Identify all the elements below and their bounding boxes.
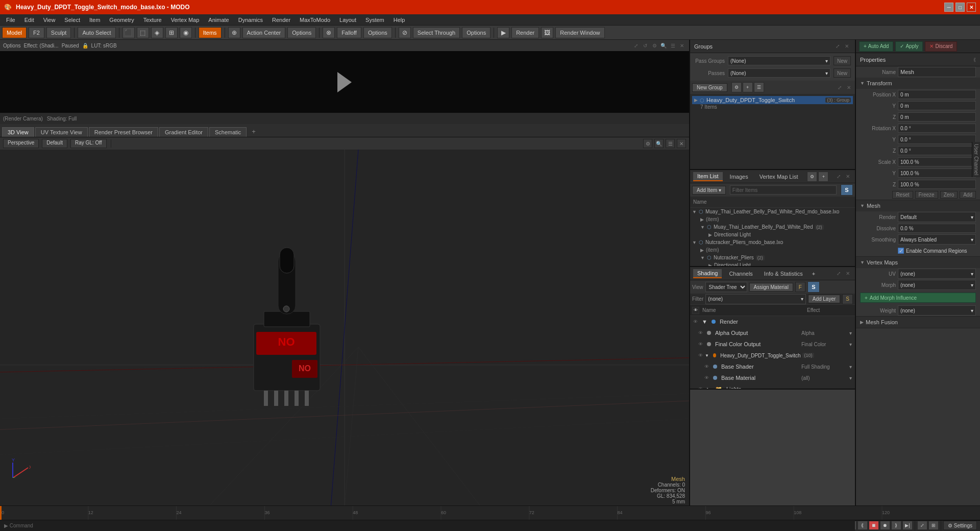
preview-zoom-icon[interactable]: 🔍 bbox=[659, 41, 668, 50]
pb-icon-4[interactable]: ⏺ bbox=[880, 521, 890, 530]
auto-add-button[interactable]: + Auto Add bbox=[859, 41, 893, 52]
items-S-button[interactable]: S bbox=[841, 184, 853, 196]
item-list-row-7[interactable]: ▶ Directional Light bbox=[690, 261, 855, 266]
vp-settings-icon[interactable]: ⚙ bbox=[643, 139, 652, 148]
mode-sculpt-button[interactable]: Sculpt bbox=[46, 27, 71, 38]
toolbar-icon-3[interactable]: ◈ bbox=[151, 27, 163, 38]
viewport-default-button[interactable]: Default bbox=[42, 139, 67, 148]
close-button[interactable]: ✕ bbox=[967, 3, 976, 12]
rotation-z-value[interactable]: 0.0 ° bbox=[898, 146, 976, 155]
groups-close-icon[interactable]: ✕ bbox=[843, 42, 851, 51]
shading-S-button[interactable]: S bbox=[807, 281, 820, 293]
items-close-icon[interactable]: ✕ bbox=[844, 173, 852, 181]
pb-icon-3[interactable]: ⏹ bbox=[869, 521, 879, 530]
mesh-header[interactable]: ▼ Mesh bbox=[856, 200, 980, 211]
menu-edit[interactable]: Edit bbox=[20, 16, 38, 24]
viewport-canvas[interactable]: NO NO X bbox=[0, 150, 689, 509]
preview-close-icon[interactable]: ✕ bbox=[678, 41, 686, 50]
discard-button[interactable]: ✕ Discard bbox=[925, 41, 957, 52]
menu-maxtomodo[interactable]: MaxToModo bbox=[296, 16, 334, 24]
tab-channels[interactable]: Channels bbox=[725, 270, 756, 278]
shading-eye-col[interactable]: 👁 bbox=[692, 307, 699, 314]
tab-3d-view[interactable]: 3D View bbox=[2, 127, 34, 137]
toolbar-icon-5[interactable]: ◉ bbox=[180, 27, 192, 38]
item-list-row-4[interactable]: ▼ ⬡ Nutcracker_Pliers_modo_base.lxo bbox=[690, 238, 855, 246]
perspective-button[interactable]: Perspective bbox=[3, 139, 39, 148]
shading-S-btn2[interactable]: S bbox=[842, 294, 853, 304]
weight-dropdown[interactable]: (none) ▾ bbox=[898, 305, 976, 316]
vp-search-icon[interactable]: 🔍 bbox=[654, 139, 664, 148]
pass-groups-dropdown[interactable]: (None) ▾ bbox=[728, 56, 830, 65]
shading-icon-btn[interactable]: + bbox=[812, 271, 815, 277]
preview-expand-icon[interactable]: ⤢ bbox=[632, 41, 640, 50]
toolbar-icon-2[interactable]: ⬚ bbox=[137, 27, 149, 38]
select-through-button[interactable]: Select Through bbox=[413, 27, 460, 38]
position-z-value[interactable]: 0 m bbox=[898, 112, 976, 122]
tab-render-preset[interactable]: Render Preset Browser bbox=[89, 127, 158, 137]
shading-render-item[interactable]: 👁 ▼ Render bbox=[690, 316, 855, 327]
groups-toolbar-close[interactable]: ✕ bbox=[845, 83, 853, 91]
render-dropdown[interactable]: Default ▾ bbox=[898, 212, 976, 222]
position-y-value[interactable]: 0 m bbox=[898, 101, 976, 110]
shading-filter-dropdown[interactable]: (none)▾ bbox=[705, 294, 806, 304]
enable-command-checkbox[interactable]: ✓ bbox=[898, 248, 904, 254]
preview-menu-icon[interactable]: ☰ bbox=[669, 41, 677, 50]
shading-final-color-item[interactable]: 👁 Final Color Output Final Color ▾ bbox=[690, 339, 855, 350]
options-button[interactable]: Options bbox=[287, 27, 316, 38]
add-layer-button[interactable]: Add Layer bbox=[808, 295, 841, 303]
menu-dynamics[interactable]: Dynamics bbox=[234, 16, 267, 24]
rotation-x-value[interactable]: 0.0 ° bbox=[898, 124, 976, 133]
groups-icon-3[interactable]: ☰ bbox=[754, 82, 764, 92]
action-center-button[interactable]: Action Center bbox=[242, 27, 286, 38]
pb-icon-8[interactable]: ⊞ bbox=[928, 521, 939, 530]
tab-images[interactable]: Images bbox=[726, 173, 752, 181]
auto-select-button[interactable]: Auto Select bbox=[78, 27, 115, 38]
maximize-button[interactable]: □ bbox=[955, 3, 965, 12]
zero-button[interactable]: Zero bbox=[940, 191, 958, 199]
toolbar-icon-4[interactable]: ⊞ bbox=[165, 27, 178, 38]
add-morph-button[interactable]: + Add Morph Influence bbox=[860, 293, 976, 303]
vertex-maps-header[interactable]: ▼ Vertex Maps bbox=[856, 257, 980, 268]
shading-close-icon[interactable]: ✕ bbox=[844, 270, 852, 278]
shading-expand-icon[interactable]: ⤢ bbox=[835, 270, 843, 278]
reset-button[interactable]: Reset bbox=[892, 191, 913, 199]
options2-button[interactable]: Options bbox=[363, 27, 392, 38]
item-list-row-1[interactable]: ▶ (item) bbox=[690, 215, 855, 223]
item-list-row-6[interactable]: ▼ ⬡ Nutcracker_Pliers (2) bbox=[690, 254, 855, 261]
render-button[interactable]: Render bbox=[511, 27, 539, 38]
items-button[interactable]: Items bbox=[199, 27, 222, 38]
pass-groups-new-button[interactable]: New bbox=[834, 56, 851, 65]
shading-base-material-item[interactable]: 👁 Base Material (all) ▾ bbox=[690, 372, 855, 383]
scale-x-value[interactable]: 100.0 % bbox=[898, 157, 976, 166]
transform-header[interactable]: ▼ Transform bbox=[856, 78, 980, 89]
shading-heavy-duty-item[interactable]: 👁 ▼ Heavy_Duty_DPDT_Toggle_Switch (10) bbox=[690, 350, 855, 361]
ray-gl-button[interactable]: Ray GL: Off bbox=[70, 139, 107, 148]
item-list-row-0[interactable]: ▼ ⬡ Muay_Thai_Leather_Belly_Pad_White_Re… bbox=[690, 208, 855, 215]
uv-dropdown[interactable]: (none) ▾ bbox=[898, 269, 976, 279]
dissolve-value[interactable]: 0.0 % bbox=[898, 224, 976, 233]
freeze-button[interactable]: Freeze bbox=[915, 191, 938, 199]
passes-dropdown[interactable]: (None) ▾ bbox=[728, 68, 830, 78]
menu-geometry[interactable]: Geometry bbox=[105, 16, 138, 24]
pb-icon-7[interactable]: ⤢ bbox=[917, 521, 927, 530]
menu-item[interactable]: Item bbox=[85, 16, 104, 24]
new-group-button[interactable]: New Group bbox=[692, 83, 727, 92]
preview-play-button[interactable] bbox=[337, 72, 352, 92]
tab-add-button[interactable]: + bbox=[248, 126, 260, 137]
item-list-row-2[interactable]: ▼ ⬡ Muay_Thai_Leather_Belly_Pad_White_Re… bbox=[690, 223, 855, 231]
tab-info-statistics[interactable]: Info & Statistics bbox=[760, 270, 807, 278]
user-channel-tab[interactable]: User Channel bbox=[972, 142, 980, 177]
title-bar-controls[interactable]: ─ □ ✕ bbox=[944, 3, 976, 12]
groups-expand-icon[interactable]: ⤢ bbox=[834, 42, 842, 51]
smoothing-dropdown[interactable]: Always Enabled ▾ bbox=[898, 234, 976, 245]
mesh-fusion-header[interactable]: ▶ Mesh Fusion bbox=[856, 317, 980, 328]
menu-select[interactable]: Select bbox=[60, 16, 84, 24]
assign-material-button[interactable]: Assign Material bbox=[749, 283, 793, 292]
preview-refresh-icon[interactable]: ↺ bbox=[641, 41, 649, 50]
add-item-button[interactable]: Add Item ▾ bbox=[692, 186, 726, 195]
menu-layout[interactable]: Layout bbox=[335, 16, 360, 24]
items-icon-1[interactable]: ⚙ bbox=[807, 172, 817, 182]
add-button[interactable]: Add bbox=[960, 191, 976, 199]
shading-base-shader-item[interactable]: 👁 Base Shader Full Shading ▾ bbox=[690, 361, 855, 372]
tab-vertex-map-list[interactable]: Vertex Map List bbox=[755, 173, 802, 181]
